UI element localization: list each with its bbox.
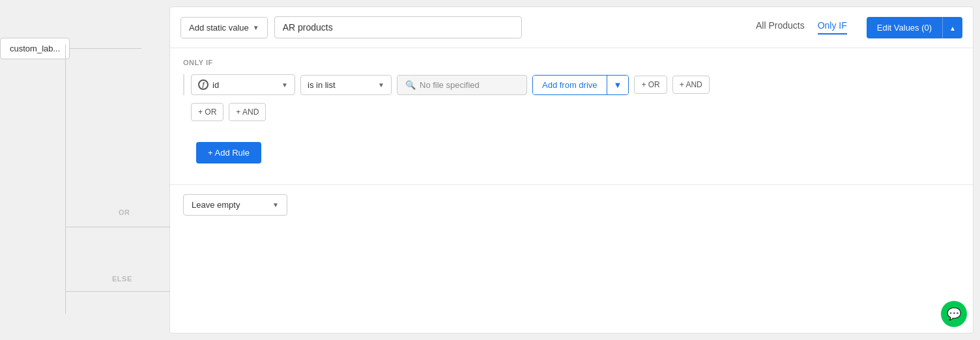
or-label: OR xyxy=(119,208,130,216)
else-row: Leave empty ▼ xyxy=(183,194,960,216)
vertical-connector xyxy=(65,44,66,314)
add-or-and-row: + OR + AND xyxy=(183,103,960,121)
edit-values-chevron-icon: ▲ xyxy=(949,25,956,32)
edit-values-chevron-button[interactable]: ▲ xyxy=(942,17,962,38)
field-function-icon: ƒ xyxy=(198,79,209,90)
condition-label: is in list xyxy=(308,80,336,90)
file-placeholder: No file specified xyxy=(420,80,480,90)
file-input[interactable]: 🔍 No file specified xyxy=(397,75,527,95)
leave-empty-label: Leave empty xyxy=(192,200,240,210)
search-icon: 🔍 xyxy=(405,80,416,90)
add-rule-button[interactable]: + Add Rule xyxy=(196,142,261,163)
else-section: Leave empty ▼ xyxy=(170,184,973,225)
else-connector-line xyxy=(66,291,170,292)
add-or-button[interactable]: + OR xyxy=(191,103,223,121)
or-connector-line xyxy=(66,227,170,227)
tab-group: All Products Only IF xyxy=(756,20,847,35)
row-or-button[interactable]: + OR xyxy=(634,76,667,94)
chat-icon: 💬 xyxy=(947,307,961,321)
custom-label-node: custom_lab... xyxy=(0,38,70,59)
add-static-value-button[interactable]: Add static value ▼ xyxy=(180,17,268,38)
field-label: id xyxy=(212,80,219,90)
only-if-section: ONLY IF ƒ id ▼ is in list ▼ 🔍 xyxy=(170,48,973,142)
tab-all-products[interactable]: All Products xyxy=(756,20,805,35)
add-from-drive-chevron-icon: ▼ xyxy=(614,80,622,90)
tab-only-if[interactable]: Only IF xyxy=(818,20,847,35)
chat-bubble[interactable]: 💬 xyxy=(941,301,967,327)
leave-empty-chevron-icon: ▼ xyxy=(272,201,279,208)
condition-row: ƒ id ▼ is in list ▼ 🔍 No file specified xyxy=(183,74,960,95)
add-static-value-label: Add static value xyxy=(189,23,249,33)
condition-selector[interactable]: is in list ▼ xyxy=(300,75,392,95)
leave-empty-selector[interactable]: Leave empty ▼ xyxy=(183,194,287,216)
ar-products-input[interactable] xyxy=(274,16,522,38)
field-chevron-icon: ▼ xyxy=(281,81,288,89)
add-from-drive-group: Add from drive ▼ xyxy=(532,75,629,95)
edit-values-button[interactable]: Edit Values (0) xyxy=(867,17,942,38)
header-row: Add static value ▼ All Products Only IF … xyxy=(170,7,973,48)
add-and-button[interactable]: + AND xyxy=(229,103,266,121)
main-panel: Add static value ▼ All Products Only IF … xyxy=(169,7,973,333)
add-from-drive-chevron-button[interactable]: ▼ xyxy=(607,76,629,94)
field-selector[interactable]: ƒ id ▼ xyxy=(191,74,295,95)
add-from-drive-button[interactable]: Add from drive xyxy=(533,76,607,94)
condition-chevron-icon: ▼ xyxy=(378,81,384,89)
row-and-button[interactable]: + AND xyxy=(672,76,710,94)
add-static-chevron-icon: ▼ xyxy=(253,24,259,31)
only-if-label: ONLY IF xyxy=(183,59,960,66)
else-label: ELSE xyxy=(112,275,132,283)
